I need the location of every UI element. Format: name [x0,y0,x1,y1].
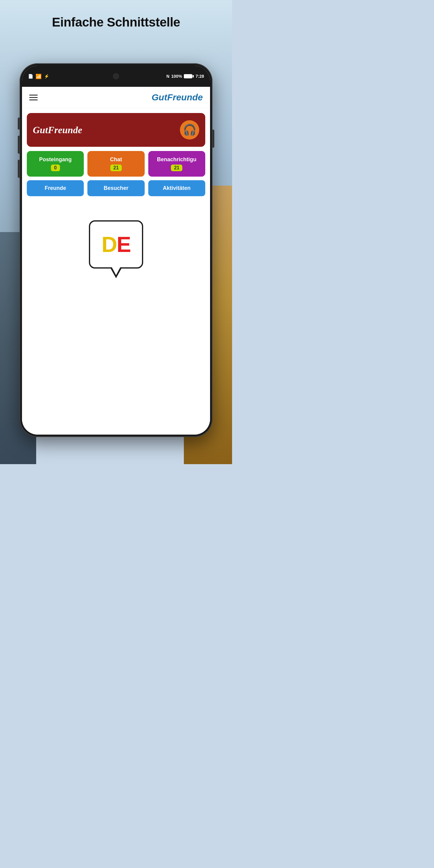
volume-up-button [18,135,20,154]
de-letter-e: E [117,232,130,256]
posteingang-badge: 0 [51,164,60,171]
status-right-info: N 100% 7:28 [166,74,204,79]
de-chat-bubble: DE [89,220,143,269]
chat-label: Chat [110,156,122,163]
power-button [213,130,214,148]
page-title: Einfache Schnittstelle [0,15,232,30]
de-logo-area: DE [22,220,210,269]
banner-logo-text: GutFreunde [33,124,82,135]
hamburger-line-3 [29,99,38,100]
nfc-icon: N [166,74,169,79]
posteingang-button[interactable]: Posteingang 0 [27,151,84,177]
volume-silent-button [18,118,20,130]
wifi-icon: 📶 [36,73,41,79]
battery-percent: 100% [171,74,182,79]
freunde-button[interactable]: Freunde [27,180,84,196]
app-header: GutFreunde [22,87,210,108]
chat-badge: 21 [110,164,122,171]
benachrichtigungen-label: Benachrichtigu [157,156,196,163]
clock: 7:28 [195,74,204,79]
hamburger-line-2 [29,97,38,98]
document-icon: 📄 [28,74,33,79]
volume-down-button [18,160,20,178]
aktivitaeten-label: Aktivitäten [163,185,190,191]
status-left-icons: 📄 📶 ⚡ [28,73,49,79]
hamburger-line-1 [29,95,38,96]
app-logo-text: GutFreunde [152,92,203,102]
battery-icon [184,74,194,79]
chat-button[interactable]: Chat 21 [87,151,144,177]
aktivitaeten-button[interactable]: Aktivitäten [148,180,205,196]
page-title-area: Einfache Schnittstelle [0,15,232,30]
usb-icon: ⚡ [44,74,49,79]
benachrichtigungen-button[interactable]: Benachrichtigu 21 [148,151,205,177]
app-content: GutFreunde GutFreunde 🎧 Posteingang 0 Ch… [22,87,210,435]
hamburger-menu-button[interactable] [29,95,38,100]
phone-frame: 📄 📶 ⚡ N 100% 7:28 [20,63,213,437]
nav-buttons-row: Freunde Besucher Aktivitäten [27,180,205,196]
status-bar: 📄 📶 ⚡ N 100% 7:28 [22,66,210,87]
phone-screen: 📄 📶 ⚡ N 100% 7:28 [22,66,210,435]
besucher-button[interactable]: Besucher [87,180,144,196]
posteingang-label: Posteingang [39,156,72,163]
freunde-label: Freunde [44,185,66,191]
de-letter-d: D [101,232,117,256]
app-banner: GutFreunde 🎧 [27,113,205,147]
front-camera [113,73,119,79]
besucher-label: Besucher [104,185,128,191]
action-buttons-grid: Posteingang 0 Chat 21 Benachrichtigu 21 [27,151,205,177]
banner-headphones-icon: 🎧 [180,120,199,140]
de-letters: DE [101,232,130,257]
benachrichtigungen-badge: 21 [171,164,182,171]
